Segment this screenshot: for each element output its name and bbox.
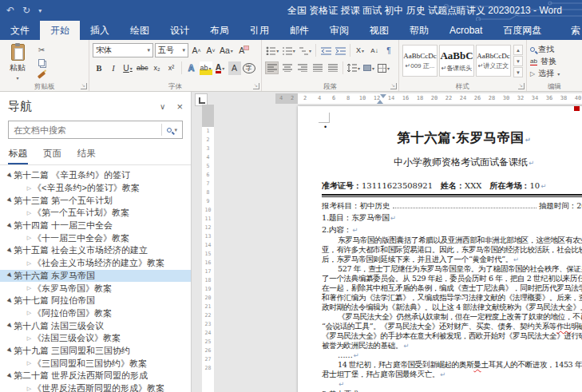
nav-tree-item-13[interactable]: ▷《法国三级会议》教案 — [0, 332, 191, 345]
nav-tree-item-4[interactable]: ▶第十四篇 十一届三中全会 — [0, 220, 191, 232]
customize-toolbar-icon[interactable]: ▾ — [38, 7, 42, 14]
ribbon-tab-12[interactable]: 百度网盘 — [493, 21, 552, 40]
nav-pane-close-icon[interactable]: × — [176, 101, 183, 113]
format-painter-button[interactable] — [34, 69, 49, 81]
expand-triangle-icon[interactable]: ▷ — [26, 386, 33, 392]
styles-dialog-launcher[interactable]: ↘ — [518, 83, 525, 89]
ribbon-tab-10[interactable]: 帮助 — [399, 21, 439, 40]
select-button[interactable]: ▷选择▾ — [530, 68, 560, 79]
ribbon-tab-11[interactable]: Acrobat — [439, 21, 493, 40]
ribbon-tab-4[interactable]: 设计 — [160, 21, 200, 40]
expand-triangle-icon[interactable]: ▷ — [26, 310, 33, 316]
align-right-button[interactable] — [295, 61, 309, 74]
find-button[interactable]: 查找 — [530, 44, 560, 55]
cut-button[interactable]: ✂ — [34, 44, 49, 55]
font-dialog-launcher[interactable]: ↘ — [253, 83, 259, 89]
align-left-button[interactable] — [265, 61, 279, 74]
nav-tree-item-6[interactable]: ▶第十五篇 社会主义市场经济的建立 — [0, 244, 191, 257]
nav-pane-options-icon[interactable]: ∨ — [160, 102, 165, 111]
expand-triangle-icon[interactable]: ▷ — [26, 185, 33, 192]
expand-triangle-icon[interactable]: ▷ — [26, 360, 33, 366]
nav-tree-item-3[interactable]: ▷《第一个五年计划》教案 — [0, 207, 191, 220]
style-card-1[interactable]: AaBbC↵备课纸头 — [439, 45, 474, 77]
align-center-button[interactable] — [280, 61, 294, 74]
style-card-2[interactable]: AaBbCcDc↵讲义正文 — [476, 45, 511, 77]
paste-button[interactable]: 粘贴 ▾ — [3, 42, 32, 81]
font-color-button[interactable]: A▾ — [214, 61, 227, 75]
ribbon-tab-8[interactable]: 审阅 — [319, 21, 359, 40]
ribbon-tab-1[interactable]: 开始 — [40, 21, 80, 40]
ribbon-tab-0[interactable]: 文件 — [0, 21, 40, 40]
horizontal-ruler[interactable]: 42 246810121416182022242628303234363840 — [275, 93, 582, 104]
clipboard-dialog-launcher[interactable]: ↘ — [81, 83, 87, 89]
nav-tree-item-16[interactable]: ▶第二十篇 世界反法西斯同盟的形成 — [0, 370, 191, 382]
expand-triangle-icon[interactable]: ▷ — [26, 260, 33, 267]
nav-tree-item-1[interactable]: ▷《<辛丑条约>的签订》教案 — [0, 182, 191, 195]
multilevel-list-button[interactable]: ▾ — [298, 44, 312, 57]
expand-triangle-icon[interactable]: ▷ — [26, 335, 33, 342]
line-spacing-button[interactable]: ▾ — [346, 61, 361, 75]
style-gallery-more-icon[interactable]: ▼ — [513, 67, 523, 77]
asian-layout-button[interactable]: X▾ — [354, 44, 366, 57]
change-case-button[interactable]: Aa▾ — [219, 44, 234, 57]
ribbon-tab-3[interactable]: 绘图 — [120, 21, 160, 40]
nav-tree-item-0[interactable]: ▶第十二篇 《辛丑条约》的签订 — [0, 169, 191, 182]
ribbon-tab-2[interactable]: 插入 — [80, 21, 120, 40]
copy-button[interactable] — [34, 57, 49, 68]
superscript-button[interactable]: x² — [165, 61, 178, 75]
bold-button[interactable]: B — [93, 61, 105, 75]
shading-button[interactable]: ▾ — [362, 61, 375, 75]
ribbon-tab-6[interactable]: 引用 — [240, 21, 279, 40]
increase-indent-button[interactable] — [334, 44, 346, 57]
style-scroll-up-icon[interactable]: ▲ — [513, 45, 523, 55]
underline-button[interactable]: U▾ — [121, 61, 134, 75]
redo-icon[interactable]: ↻ — [22, 5, 30, 16]
nav-tree-item-17[interactable]: ▷《世界反法西斯同盟的形成》教案 — [0, 382, 191, 392]
decrease-indent-button[interactable] — [319, 44, 332, 57]
highlight-button[interactable]: ab▾ — [200, 61, 212, 75]
justify-button[interactable] — [311, 61, 324, 74]
document-page[interactable]: • 第十六篇·东罗马帝国↵中小学教师资格考试面试备课纸↵准考证号：1311162… — [298, 106, 582, 392]
style-scroll-down-icon[interactable]: ▼ — [513, 56, 523, 66]
italic-button[interactable]: I — [107, 61, 120, 75]
nav-tree-item-2[interactable]: ▶第十三篇 第一个五年计划 — [0, 194, 191, 207]
nav-tree-item-5[interactable]: ▷《十一届三中全会》教案 — [0, 232, 191, 244]
bullets-button[interactable]: ▾ — [265, 44, 279, 57]
ribbon-tab-7[interactable]: 邮件 — [279, 21, 319, 40]
nav-tree-item-15[interactable]: ▷《三国同盟和三国协约》教案 — [0, 357, 191, 370]
nav-tree-item-12[interactable]: ▶第十八篇 法国三级会议 — [0, 319, 191, 332]
char-shading-button[interactable]: A — [228, 61, 241, 75]
search-input[interactable] — [9, 125, 161, 135]
nav-tree-item-7[interactable]: ▷《社会主义市场经济的建立》教案 — [0, 257, 191, 270]
replace-button[interactable]: ab替换 — [530, 56, 560, 67]
nav-tree-item-11[interactable]: ▷《阿拉伯帝国》教案 — [0, 307, 191, 320]
ribbon-tab-9[interactable]: 视图 — [359, 21, 399, 40]
expand-triangle-icon[interactable]: ▷ — [26, 210, 33, 216]
nav-tree-item-9[interactable]: ▷《东罗马帝国》教案 — [0, 282, 191, 295]
hanging-indent-marker[interactable] — [377, 100, 383, 104]
ribbon-tab-5[interactable]: 布局 — [200, 21, 240, 40]
nav-tab-0[interactable]: 标题 — [8, 145, 28, 164]
nav-tab-1[interactable]: 页面 — [42, 145, 62, 164]
nav-tree-item-14[interactable]: ▶第十九篇 三国同盟和三国协约 — [0, 345, 191, 358]
paragraph-dialog-launcher[interactable]: ↘ — [390, 83, 397, 89]
font-size-combo[interactable]: 五号▾ — [155, 43, 188, 57]
borders-button[interactable]: ▾ — [377, 61, 390, 75]
style-card-0[interactable]: AaBbCcDc↵009 正... — [402, 45, 437, 77]
vertical-ruler[interactable]: 1234567891011121314151617181920212223242… — [202, 105, 214, 392]
nav-tab-2[interactable]: 结果 — [77, 145, 97, 164]
text-effects-button[interactable]: A — [185, 61, 198, 75]
search-options-button[interactable]: ▾ — [162, 127, 182, 133]
shrink-font-button[interactable]: A — [204, 44, 217, 57]
font-name-combo[interactable]: 宋体▾ — [93, 43, 153, 57]
expand-triangle-icon[interactable]: ▷ — [26, 285, 33, 291]
strikethrough-button[interactable]: abc — [136, 61, 149, 75]
expand-triangle-icon[interactable]: ▷ — [26, 235, 33, 241]
nav-tree-item-8[interactable]: ▶第十六篇 东罗马帝国 — [0, 270, 191, 283]
distribute-button[interactable] — [326, 61, 339, 74]
subscript-button[interactable]: x₂ — [151, 61, 164, 75]
first-line-indent-marker[interactable] — [380, 94, 386, 98]
grow-font-button[interactable]: A — [190, 44, 203, 57]
clear-formatting-button[interactable]: A — [236, 44, 248, 57]
undo-icon[interactable]: ↶ — [6, 5, 14, 16]
